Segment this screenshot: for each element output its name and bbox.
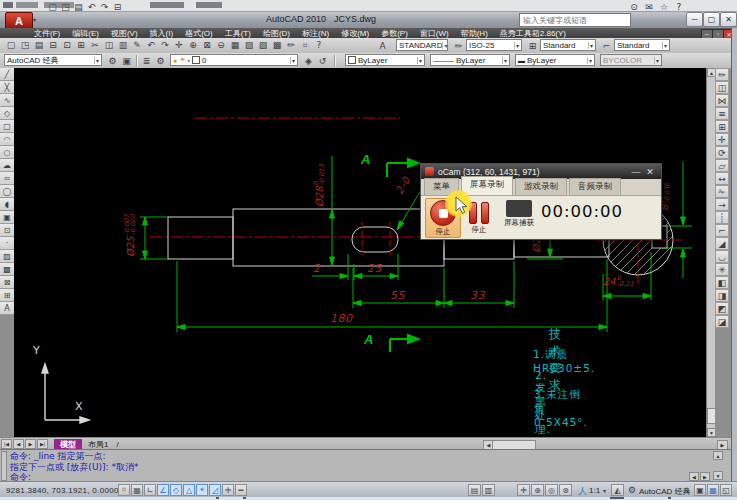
toggle-lwt[interactable]: ━ (235, 484, 247, 496)
mirror-icon[interactable]: ⋈ (715, 94, 729, 107)
command-line-panel[interactable]: 命令: _line 指定第一点:指定下一点或 [放弃(U)]: *取消*命令: … (0, 449, 731, 482)
join-icon[interactable]: ⌐ (715, 224, 729, 237)
quickcalc-icon[interactable]: ⌗ (298, 38, 312, 52)
workspace-switch-label[interactable]: AutoCAD 经典 (639, 486, 691, 497)
showmotion-icon[interactable]: ⊛ (559, 484, 572, 496)
redo-icon[interactable]: ↷ (98, 0, 111, 13)
window-close-button[interactable]: ✕ (720, 12, 737, 27)
menu-format[interactable]: 格式(O) (179, 28, 219, 39)
layer-combo[interactable]: ● ☀ ▪ 0▾ (170, 54, 298, 66)
menu-modify[interactable]: 修改(M) (335, 28, 375, 39)
zoom-icon[interactable]: ⊕ (531, 484, 544, 496)
text-style-icon[interactable]: A (376, 39, 389, 52)
rectangle-icon[interactable]: ▢ (0, 120, 14, 133)
trim-icon[interactable]: ✁ (715, 185, 729, 198)
paste-icon[interactable]: ▥ (116, 38, 130, 52)
toggle-snap[interactable]: ⌗ (118, 484, 130, 496)
menu-edit[interactable]: 编辑(E) (66, 28, 105, 39)
new-icon[interactable]: ▢ (46, 0, 59, 13)
menu-dimension[interactable]: 标注(N) (296, 28, 335, 39)
markup-icon[interactable]: ✏ (284, 38, 298, 52)
mleader-style-icon[interactable]: ⌐ (600, 39, 613, 52)
make-block-icon[interactable]: ⊡ (0, 224, 14, 237)
toggle-osnap[interactable]: ◇ (170, 484, 182, 496)
command-line-grip[interactable] (1, 451, 7, 481)
save-icon[interactable]: ▤ (72, 0, 85, 13)
cmd-scroll-right-icon[interactable]: ▶ (700, 472, 710, 481)
match-properties-icon[interactable]: ✎ (130, 38, 144, 52)
menu-tools[interactable]: 工具(T) (219, 28, 257, 39)
toolbar-lock-icon[interactable]: ▣ (694, 484, 706, 496)
cmd-scroll-down-icon[interactable]: ▼ (713, 471, 723, 480)
stretch-icon[interactable]: ↔ (715, 172, 729, 185)
help-icon[interactable]: ? (673, 0, 685, 13)
explode-icon[interactable]: ✳ (715, 263, 729, 276)
ocam-capture-button[interactable]: 屏幕捕获 (499, 200, 539, 236)
plot-icon[interactable]: ⊟ (46, 38, 60, 52)
lineweight-combo[interactable]: ▬ ByLayer▾ (515, 54, 595, 66)
model-space-icon[interactable]: ▤ (468, 484, 481, 496)
toggle-3dosnap[interactable]: △ (183, 484, 195, 496)
open-icon[interactable]: ◳ (18, 38, 32, 52)
publish-icon[interactable]: ⊞ (74, 38, 88, 52)
menu-view[interactable]: 视图(V) (105, 28, 144, 39)
construction-line-icon[interactable]: ╳ (0, 81, 14, 94)
pan-icon[interactable]: ✛ (517, 484, 530, 496)
arc-icon[interactable]: ◠ (0, 133, 14, 146)
draworder-front-icon[interactable]: ◧ (715, 276, 729, 289)
plot-preview-icon[interactable]: ⊡ (60, 38, 74, 52)
open-icon[interactable]: ◳ (59, 0, 72, 13)
text-style-combo[interactable]: STANDARD▾ (396, 39, 448, 51)
annotation-scale-caret-icon[interactable]: ▾ (603, 487, 606, 494)
ocam-close-button[interactable]: ✕ (643, 167, 657, 177)
canvas-vertical-scrollbar[interactable]: ▲ ▼ (706, 68, 715, 437)
insert-block-icon[interactable]: ▣ (0, 211, 14, 224)
toggle-otrack[interactable]: ⌖ (196, 484, 208, 496)
draworder-above-icon[interactable]: ◩ (715, 302, 729, 315)
undo-icon[interactable]: ↶ (85, 0, 98, 13)
pan-icon[interactable]: ✛ (172, 38, 186, 52)
workspace-settings-icon[interactable]: ⚙ (106, 54, 119, 67)
layout-space-icon[interactable]: ▥ (482, 484, 495, 496)
draworder-under-icon[interactable]: ◪ (715, 315, 729, 328)
ocam-tab-screen-record[interactable]: 屏幕录制 (461, 176, 513, 195)
zoom-window-icon[interactable]: ⊠ (200, 38, 214, 52)
tab-last-icon[interactable]: ▶| (37, 439, 48, 449)
polyline-icon[interactable]: ∿ (0, 94, 14, 107)
steering-wheel-icon[interactable]: ◎ (545, 484, 558, 496)
sheet-set-icon[interactable]: ▩ (270, 38, 284, 52)
menu-window[interactable]: 窗口(W) (414, 28, 455, 39)
mleader-style-combo[interactable]: Standard▾ (614, 39, 670, 51)
menu-yanxiu-toolbox[interactable]: 燕秀工具箱2.86(Y) (494, 28, 572, 39)
tool-palettes-icon[interactable]: ▨ (256, 38, 270, 52)
workspace-combo[interactable]: AutoCAD 经典▾ (4, 54, 102, 66)
chamfer-icon[interactable]: ◢ (715, 237, 729, 250)
clean-screen-icon[interactable]: ◱ (720, 484, 732, 496)
mtext-icon[interactable]: A (0, 302, 14, 315)
drawing-canvas[interactable]: Ø25 -0.007-0.020 Ø28 0-0.013 Ø25 8 0-0.0… (14, 68, 706, 437)
draworder-back-icon[interactable]: ◨ (715, 289, 729, 302)
app-status-icon[interactable]: ▦ (707, 484, 719, 496)
toggle-ortho[interactable]: ∟ (144, 484, 156, 496)
ellipse-arc-icon[interactable]: ◖ (0, 198, 14, 211)
plot-icon[interactable]: ⊟ (111, 0, 124, 13)
menu-file[interactable]: 文件(F) (28, 28, 66, 39)
save-icon[interactable]: ▤ (32, 38, 46, 52)
menu-parametric[interactable]: 参数(P) (375, 28, 414, 39)
toggle-polar[interactable]: ∠ (157, 484, 169, 496)
dim-style-icon[interactable]: ✏ (452, 39, 465, 52)
revcloud-icon[interactable]: ☁ (0, 159, 14, 172)
rotate-icon[interactable]: ⟳ (715, 146, 729, 159)
region-icon[interactable]: ⊠ (0, 276, 14, 289)
window-maximize-button[interactable]: ▢ (703, 12, 720, 27)
copy-icon[interactable]: ◫ (102, 38, 116, 52)
polygon-icon[interactable]: ◇ (0, 107, 14, 120)
extend-icon[interactable]: → (715, 198, 729, 211)
table-style-icon[interactable]: ⊞ (526, 39, 539, 52)
help-icon[interactable]: ? (312, 38, 326, 52)
ellipse-icon[interactable]: ◯ (0, 185, 14, 198)
cut-icon[interactable]: ✂ (88, 38, 102, 52)
circle-icon[interactable]: ○ (0, 146, 14, 159)
copy-icon[interactable]: ◫ (715, 81, 729, 94)
toggle-grid[interactable]: ▦ (131, 484, 143, 496)
